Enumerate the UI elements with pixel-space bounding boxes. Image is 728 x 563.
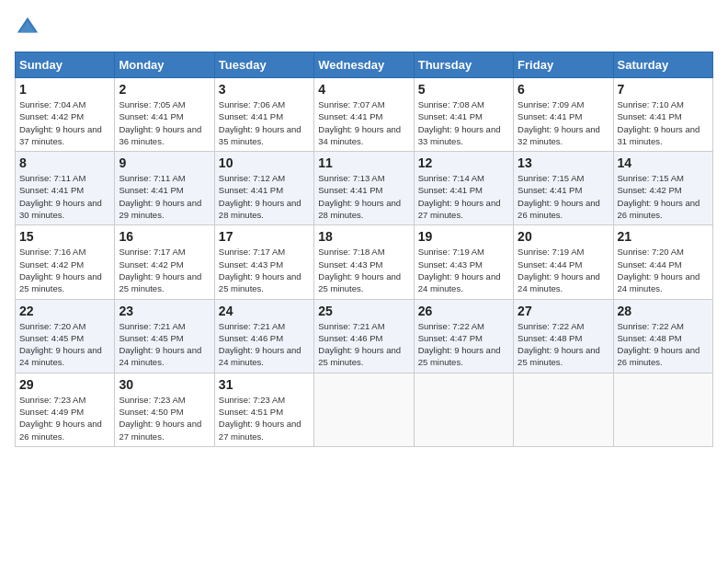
calendar-cell: 3Sunrise: 7:06 AMSunset: 4:41 PMDaylight… [214,78,313,152]
calendar-cell: 20Sunrise: 7:19 AMSunset: 4:44 PMDayligh… [514,225,613,299]
calendar-cell: 29Sunrise: 7:23 AMSunset: 4:49 PMDayligh… [16,373,115,446]
calendar-cell: 28Sunrise: 7:22 AMSunset: 4:48 PMDayligh… [613,299,712,373]
day-number: 11 [318,155,409,170]
day-number: 21 [618,229,709,244]
day-info: Sunrise: 7:23 AMSunset: 4:49 PMDaylight:… [19,394,110,442]
day-number: 5 [418,82,509,97]
calendar-cell: 17Sunrise: 7:17 AMSunset: 4:43 PMDayligh… [214,225,313,299]
day-number: 27 [518,304,609,318]
page-header [15,15,713,40]
day-info: Sunrise: 7:22 AMSunset: 4:48 PMDaylight:… [618,320,709,369]
calendar-cell: 8Sunrise: 7:11 AMSunset: 4:41 PMDaylight… [16,152,115,225]
day-number: 25 [318,304,409,318]
day-number: 9 [119,155,210,170]
day-info: Sunrise: 7:06 AMSunset: 4:41 PMDaylight:… [219,98,310,147]
weekday-header: Wednesday [314,52,414,78]
calendar-cell [514,373,613,446]
logo [15,15,44,40]
day-number: 29 [19,377,110,392]
calendar-week-row: 22Sunrise: 7:20 AMSunset: 4:45 PMDayligh… [16,299,713,373]
calendar-cell: 1Sunrise: 7:04 AMSunset: 4:42 PMDaylight… [16,78,115,152]
calendar-cell: 12Sunrise: 7:14 AMSunset: 4:41 PMDayligh… [414,152,513,225]
day-number: 13 [518,155,609,170]
calendar-cell: 2Sunrise: 7:05 AMSunset: 4:41 PMDaylight… [115,78,214,152]
calendar-cell: 16Sunrise: 7:17 AMSunset: 4:42 PMDayligh… [115,225,214,299]
calendar-cell [613,373,712,446]
weekday-header: Saturday [613,52,712,78]
day-info: Sunrise: 7:23 AMSunset: 4:51 PMDaylight:… [219,394,310,442]
day-info: Sunrise: 7:12 AMSunset: 4:41 PMDaylight:… [219,172,310,221]
calendar-cell: 14Sunrise: 7:15 AMSunset: 4:42 PMDayligh… [613,152,712,225]
day-info: Sunrise: 7:17 AMSunset: 4:43 PMDaylight:… [219,246,310,294]
day-number: 7 [618,82,709,97]
day-number: 10 [219,155,310,170]
calendar-body: 1Sunrise: 7:04 AMSunset: 4:42 PMDaylight… [16,78,713,447]
calendar-cell: 23Sunrise: 7:21 AMSunset: 4:45 PMDayligh… [115,299,214,373]
day-number: 6 [518,82,609,97]
day-info: Sunrise: 7:21 AMSunset: 4:46 PMDaylight:… [219,320,310,369]
calendar-cell: 4Sunrise: 7:07 AMSunset: 4:41 PMDaylight… [314,78,414,152]
calendar-cell: 30Sunrise: 7:23 AMSunset: 4:50 PMDayligh… [115,373,214,446]
calendar-cell: 9Sunrise: 7:11 AMSunset: 4:41 PMDaylight… [115,152,214,225]
day-number: 4 [318,82,409,97]
day-number: 16 [119,229,210,244]
day-info: Sunrise: 7:10 AMSunset: 4:41 PMDaylight:… [618,98,709,147]
day-number: 2 [119,82,210,97]
calendar-cell: 22Sunrise: 7:20 AMSunset: 4:45 PMDayligh… [16,299,115,373]
day-info: Sunrise: 7:21 AMSunset: 4:45 PMDaylight:… [119,320,210,369]
day-info: Sunrise: 7:13 AMSunset: 4:41 PMDaylight:… [318,172,409,221]
weekday-header: Thursday [414,52,513,78]
day-number: 23 [119,304,210,318]
calendar-week-row: 15Sunrise: 7:16 AMSunset: 4:42 PMDayligh… [16,225,713,299]
day-info: Sunrise: 7:18 AMSunset: 4:43 PMDaylight:… [318,246,409,294]
day-info: Sunrise: 7:19 AMSunset: 4:44 PMDaylight:… [518,246,609,294]
calendar-cell: 11Sunrise: 7:13 AMSunset: 4:41 PMDayligh… [314,152,414,225]
day-number: 28 [618,304,709,318]
day-info: Sunrise: 7:11 AMSunset: 4:41 PMDaylight:… [119,172,210,221]
calendar-cell: 25Sunrise: 7:21 AMSunset: 4:46 PMDayligh… [314,299,414,373]
calendar-cell: 24Sunrise: 7:21 AMSunset: 4:46 PMDayligh… [214,299,313,373]
calendar-cell: 18Sunrise: 7:18 AMSunset: 4:43 PMDayligh… [314,225,414,299]
day-number: 18 [318,229,409,244]
day-info: Sunrise: 7:15 AMSunset: 4:42 PMDaylight:… [618,172,709,221]
day-info: Sunrise: 7:04 AMSunset: 4:42 PMDaylight:… [19,98,110,147]
day-number: 8 [19,155,110,170]
day-number: 22 [19,304,110,318]
calendar-header: SundayMondayTuesdayWednesdayThursdayFrid… [16,52,713,78]
day-info: Sunrise: 7:20 AMSunset: 4:45 PMDaylight:… [19,320,110,369]
day-info: Sunrise: 7:16 AMSunset: 4:42 PMDaylight:… [19,246,110,294]
day-number: 17 [219,229,310,244]
weekday-header: Friday [514,52,613,78]
day-info: Sunrise: 7:23 AMSunset: 4:50 PMDaylight:… [119,394,210,442]
day-number: 12 [418,155,509,170]
calendar-cell [414,373,513,446]
day-info: Sunrise: 7:05 AMSunset: 4:41 PMDaylight:… [119,98,210,147]
day-number: 14 [618,155,709,170]
day-number: 24 [219,304,310,318]
day-info: Sunrise: 7:07 AMSunset: 4:41 PMDaylight:… [318,98,409,147]
calendar-cell [314,373,414,446]
day-number: 30 [119,377,210,392]
day-info: Sunrise: 7:15 AMSunset: 4:41 PMDaylight:… [518,172,609,221]
calendar-cell: 6Sunrise: 7:09 AMSunset: 4:41 PMDaylight… [514,78,613,152]
calendar-week-row: 29Sunrise: 7:23 AMSunset: 4:49 PMDayligh… [16,373,713,446]
day-number: 19 [418,229,509,244]
day-number: 31 [219,377,310,392]
calendar-cell: 13Sunrise: 7:15 AMSunset: 4:41 PMDayligh… [514,152,613,225]
day-info: Sunrise: 7:22 AMSunset: 4:47 PMDaylight:… [418,320,509,369]
calendar-cell: 21Sunrise: 7:20 AMSunset: 4:44 PMDayligh… [613,225,712,299]
day-number: 15 [19,229,110,244]
day-info: Sunrise: 7:09 AMSunset: 4:41 PMDaylight:… [518,98,609,147]
day-info: Sunrise: 7:20 AMSunset: 4:44 PMDaylight:… [618,246,709,294]
calendar-cell: 26Sunrise: 7:22 AMSunset: 4:47 PMDayligh… [414,299,513,373]
logo-icon [15,15,40,40]
day-info: Sunrise: 7:21 AMSunset: 4:46 PMDaylight:… [318,320,409,369]
calendar-cell: 31Sunrise: 7:23 AMSunset: 4:51 PMDayligh… [214,373,313,446]
day-number: 20 [518,229,609,244]
weekday-header: Sunday [16,52,115,78]
day-number: 3 [219,82,310,97]
day-info: Sunrise: 7:19 AMSunset: 4:43 PMDaylight:… [418,246,509,294]
calendar-week-row: 1Sunrise: 7:04 AMSunset: 4:42 PMDaylight… [16,78,713,152]
calendar-cell: 10Sunrise: 7:12 AMSunset: 4:41 PMDayligh… [214,152,313,225]
calendar-cell: 19Sunrise: 7:19 AMSunset: 4:43 PMDayligh… [414,225,513,299]
